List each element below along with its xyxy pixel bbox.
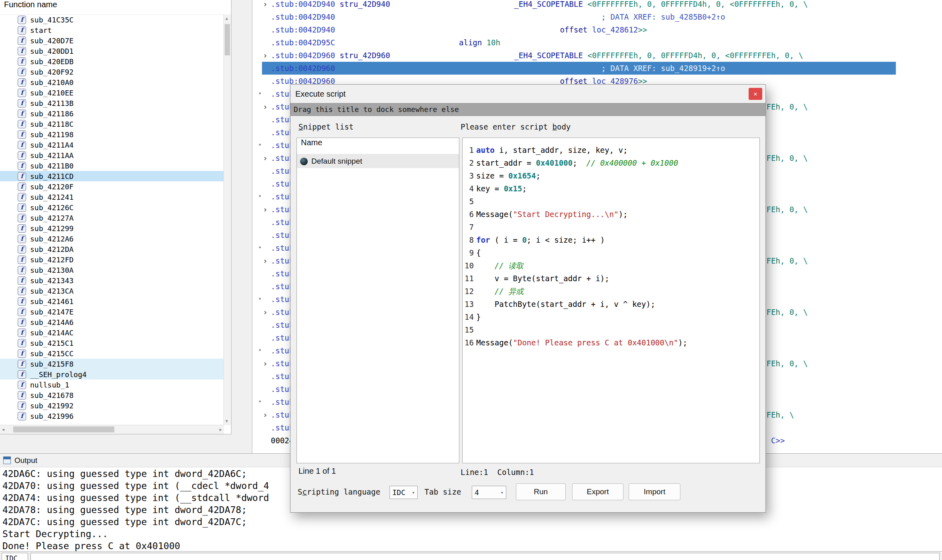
disassembly-line[interactable]: .stub:0042D940 ; DATA XREF: sub_4285B0+2…	[252, 10, 942, 23]
close-button[interactable]: ✕	[749, 88, 762, 100]
function-list-item[interactable]: fsub_42113B	[0, 98, 224, 108]
function-list-item[interactable]: fsub_421343	[0, 275, 224, 286]
function-list-item[interactable]: fsub_42120F	[0, 181, 224, 192]
function-list-item[interactable]: fsub_421996	[0, 411, 224, 421]
function-name: sub_4212A6	[30, 235, 73, 243]
scripting-language-label: Scripting language	[298, 487, 380, 496]
line-number: 7	[463, 221, 476, 233]
editor-line[interactable]: 15	[463, 323, 759, 336]
disassembly-line[interactable]: .stub:0042D940 offset loc_428612>>	[252, 23, 942, 36]
disassembly-line[interactable]: ›.stub:0042D960 stru_42D960 _EH4_SCOPETA…	[252, 49, 942, 62]
editor-line[interactable]: 1auto i, start_addr, size, key, v;	[463, 144, 759, 156]
line-number: 11	[463, 272, 476, 285]
script-language-selector[interactable]: IDC	[2, 553, 28, 560]
editor-line[interactable]: 12 // 异或	[463, 285, 759, 298]
editor-code: start_addr = 0x401000; // 0x400000 + 0x1…	[476, 156, 678, 169]
export-button[interactable]: Export	[572, 483, 623, 500]
function-list-item[interactable]: fsub_4212A6	[0, 233, 224, 244]
scroll-left-icon[interactable]: ◀	[2, 428, 4, 432]
script-editor[interactable]: 1auto i, start_addr, size, key, v;2start…	[462, 138, 760, 463]
function-list-item[interactable]: fsub_4211A4	[0, 140, 224, 150]
disassembly-line[interactable]: ›.stub:0042D940 stru_42D940 _EH4_SCOPETA…	[252, 0, 942, 10]
function-list-item[interactable]: fsub_4212FD	[0, 254, 224, 265]
function-list-item[interactable]: fsub_4211B0	[0, 160, 224, 171]
output-command-input[interactable]	[30, 553, 940, 560]
function-list-item[interactable]: fsub_4210EE	[0, 87, 224, 98]
editor-line[interactable]: 6Message("Start Decrypting...\n");	[463, 208, 759, 221]
tab-size-label: Tab size	[424, 487, 461, 496]
function-list-item[interactable]: fsub_421461	[0, 296, 224, 306]
function-list-item[interactable]: fsub_421186	[0, 108, 224, 119]
functions-vertical-scrollbar[interactable]: ▲ ▼	[223, 14, 231, 425]
function-list-item[interactable]: fstart	[0, 25, 224, 35]
function-list-item[interactable]: fsub_421241	[0, 192, 224, 202]
function-list-item[interactable]: f__SEH_prolog4	[0, 369, 224, 379]
scripting-language-select[interactable]: IDC ▾	[390, 486, 418, 499]
function-list-item[interactable]: fsub_42147E	[0, 306, 224, 317]
editor-line[interactable]: 8for ( i = 0; i < size; i++ )	[463, 233, 759, 246]
horizontal-scrollbar-thumb[interactable]	[13, 426, 114, 432]
function-list-item[interactable]: fsub_4215CC	[0, 348, 224, 359]
snippet-name-column-header[interactable]: Name	[297, 138, 459, 154]
editor-line[interactable]: 3size = 0x1654;	[463, 169, 759, 182]
editor-line[interactable]: 2start_addr = 0x401000; // 0x400000 + 0x…	[463, 156, 759, 169]
disassembly-text: .stub:0042D940 offset loc_428612>>	[271, 25, 647, 34]
function-list-item[interactable]: fsub_4213CA	[0, 286, 224, 296]
disassembly-text: .stub:0042D940 stru_42D940 _EH4_SCOPETAB…	[271, 0, 808, 8]
gutter-dot-icon: •	[258, 396, 262, 408]
function-list-item[interactable]: fsub_42127A	[0, 213, 224, 223]
editor-line[interactable]: 14}	[463, 310, 759, 323]
function-list-item[interactable]: fsub_420D7E	[0, 35, 224, 46]
scroll-right-icon[interactable]: ▶	[219, 428, 222, 432]
function-list-item[interactable]: fsub_421299	[0, 223, 224, 233]
dock-hint-bar[interactable]: Drag this title to dock somewhere else	[290, 103, 765, 116]
editor-line[interactable]: 13 PatchByte(start_addr + i, v ^ key);	[463, 298, 759, 310]
function-list-item[interactable]: fsub_421198	[0, 129, 224, 140]
function-name: sub_42120F	[30, 183, 73, 191]
functions-column-header[interactable]: Function name	[0, 0, 231, 15]
dialog-titlebar[interactable]: Execute script	[290, 85, 765, 103]
flow-arrow-icon: ›	[263, 203, 268, 216]
editor-line[interactable]: 16Message("Done! Please press C at 0x401…	[463, 336, 759, 349]
function-list-item[interactable]: fsub_42118C	[0, 119, 224, 129]
function-list-item[interactable]: fsub_420F92	[0, 67, 224, 77]
function-list-item[interactable]: fsub_4212DA	[0, 244, 224, 254]
function-list-item[interactable]: fsub_420DD1	[0, 46, 224, 56]
function-name: sub_42118C	[30, 120, 73, 128]
editor-line[interactable]: 4key = 0x15;	[463, 182, 759, 195]
snippet-list-label: Snippet list	[298, 122, 353, 131]
function-list-item[interactable]: fsub_4214A6	[0, 317, 224, 327]
function-list-item[interactable]: fsub_42126C	[0, 202, 224, 213]
tab-size-select[interactable]: 4 ▾	[472, 486, 506, 499]
editor-line[interactable]: 10 // 读取	[463, 259, 759, 272]
function-list-item[interactable]: fsub_41C35C	[0, 14, 224, 25]
function-list-item[interactable]: fsub_42130A	[0, 265, 224, 275]
vertical-scrollbar-thumb[interactable]	[225, 24, 230, 55]
flow-arrow-icon: ›	[263, 408, 268, 421]
disassembly-line[interactable]: .stub:0042D960 ; DATA XREF: sub_428919+2…	[252, 62, 942, 75]
function-list-item[interactable]: fnullsub_1	[0, 379, 224, 390]
import-button[interactable]: Import	[629, 483, 680, 500]
scroll-up-icon[interactable]: ▲	[225, 16, 228, 20]
flow-arrow-icon: ›	[263, 49, 268, 62]
function-list-item[interactable]: fsub_4214AC	[0, 327, 224, 338]
function-list-item[interactable]: fsub_4215F8	[0, 359, 224, 369]
function-list-item[interactable]: fsub_4215C1	[0, 338, 224, 348]
scroll-down-icon[interactable]: ▼	[225, 419, 228, 423]
function-icon: f	[18, 78, 26, 87]
function-list-item[interactable]: fsub_4210A0	[0, 77, 224, 87]
disassembly-line[interactable]: .stub:0042D95C align 10h	[252, 36, 942, 49]
editor-line[interactable]: 11 v = Byte(start_addr + i);	[463, 272, 759, 285]
line-number: 5	[463, 195, 476, 208]
editor-line[interactable]: 9{	[463, 246, 759, 259]
snippet-list-item[interactable]: Default snippet	[297, 154, 459, 168]
function-list-item[interactable]: fsub_420EDB	[0, 56, 224, 67]
function-list-item[interactable]: fsub_421678	[0, 390, 224, 400]
function-list-item[interactable]: fsub_421992	[0, 400, 224, 411]
editor-line[interactable]: 7	[463, 221, 759, 233]
editor-line[interactable]: 5	[463, 195, 759, 208]
functions-horizontal-scrollbar[interactable]: ◀ ▶	[0, 425, 224, 434]
function-list-item[interactable]: fsub_4211AA	[0, 150, 224, 160]
run-button[interactable]: Run	[516, 483, 566, 500]
function-list-item[interactable]: fsub_4211CD	[0, 171, 224, 181]
